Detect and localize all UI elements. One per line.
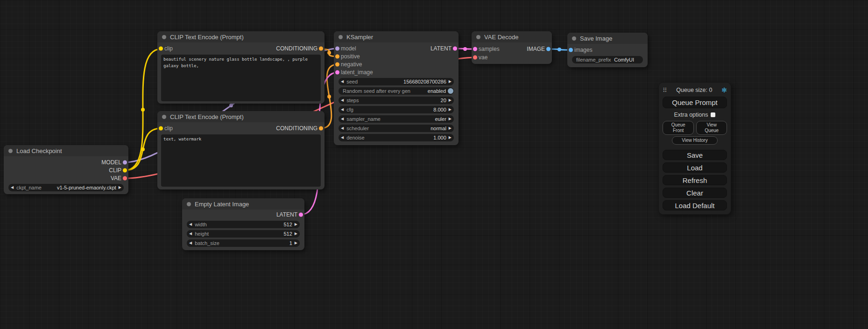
toggle-knob-icon[interactable]: [448, 88, 453, 94]
node-save-image[interactable]: Save Image images filename_prefix ComfyU…: [567, 33, 648, 67]
node-header[interactable]: Load Checkpoint: [4, 145, 128, 156]
comfy-menu-panel[interactable]: ⠿ Queue size: 0 ✻ Queue Prompt Extra opt…: [658, 82, 731, 215]
clear-button[interactable]: Clear: [663, 188, 727, 198]
collapse-dot-icon[interactable]: [339, 35, 343, 39]
input-port-samples[interactable]: [473, 47, 477, 51]
input-port-vae[interactable]: [473, 56, 477, 60]
node-empty-latent-image[interactable]: Empty Latent Image LATENT ◀ width 512 ▶ …: [182, 198, 304, 250]
output-port-image[interactable]: [546, 47, 550, 51]
queue-prompt-button[interactable]: Queue Prompt: [663, 97, 727, 108]
widget-value: 1: [289, 240, 292, 246]
widget-cfg[interactable]: ◀ cfg 8.000 ▶: [339, 106, 454, 113]
increment-arrow-icon[interactable]: ▶: [295, 232, 297, 236]
increment-arrow-icon[interactable]: ▶: [449, 108, 452, 112]
node-graph-canvas[interactable]: Load Checkpoint MODEL CLIP VAE ◀ ckpt_na…: [0, 0, 868, 329]
widget-height[interactable]: ◀ height 512 ▶: [187, 230, 300, 238]
load-default-button[interactable]: Load Default: [663, 200, 727, 210]
output-port-conditioning[interactable]: [319, 126, 323, 131]
decrement-arrow-icon[interactable]: ◀: [341, 126, 344, 130]
decrement-arrow-icon[interactable]: ◀: [341, 136, 344, 140]
increment-arrow-icon[interactable]: ▶: [119, 186, 121, 189]
increment-arrow-icon[interactable]: ▶: [449, 98, 452, 102]
view-queue-button[interactable]: View Queue: [696, 121, 727, 135]
widget-steps[interactable]: ◀ steps 20 ▶: [339, 97, 454, 104]
increment-arrow-icon[interactable]: ▶: [449, 136, 452, 140]
collapse-dot-icon[interactable]: [8, 149, 13, 153]
collapse-dot-icon[interactable]: [476, 35, 480, 39]
node-header[interactable]: Empty Latent Image: [182, 198, 304, 210]
collapse-dot-icon[interactable]: [187, 202, 191, 206]
decrement-arrow-icon[interactable]: ◀: [11, 186, 14, 189]
output-slot-model: MODEL: [4, 158, 128, 166]
collapse-dot-icon[interactable]: [162, 35, 166, 39]
slot-row: clip CONDITIONING: [157, 44, 325, 53]
output-port-conditioning[interactable]: [319, 47, 323, 51]
widget-scheduler[interactable]: ◀ scheduler normal ▶: [339, 125, 454, 132]
widget-width[interactable]: ◀ width 512 ▶: [187, 221, 300, 228]
view-history-button[interactable]: View History: [672, 136, 717, 145]
output-slot-vae: VAE: [4, 174, 128, 182]
output-port-vae[interactable]: [123, 176, 127, 180]
increment-arrow-icon[interactable]: ▶: [449, 80, 452, 84]
node-header[interactable]: KSampler: [334, 31, 459, 42]
decrement-arrow-icon[interactable]: ◀: [341, 117, 344, 121]
node-load-checkpoint[interactable]: Load Checkpoint MODEL CLIP VAE ◀ ckpt_na…: [4, 145, 128, 194]
decrement-arrow-icon[interactable]: ◀: [189, 241, 192, 245]
decrement-arrow-icon[interactable]: ◀: [341, 98, 344, 102]
node-vae-decode[interactable]: VAE Decode samples IMAGE vae: [472, 31, 552, 64]
node-header[interactable]: CLIP Text Encode (Prompt): [157, 111, 325, 122]
increment-arrow-icon[interactable]: ▶: [295, 223, 297, 226]
prompt-textarea[interactable]: beautiful scenery nature glass bottle la…: [161, 55, 321, 101]
increment-arrow-icon[interactable]: ▶: [449, 126, 452, 130]
settings-icon[interactable]: ✻: [721, 86, 727, 94]
node-clip-text-encode-positive[interactable]: CLIP Text Encode (Prompt) clip CONDITION…: [157, 31, 325, 104]
widget-value: euler: [435, 116, 446, 122]
decrement-arrow-icon[interactable]: ◀: [341, 108, 344, 112]
widget-label: width: [195, 222, 207, 227]
load-button[interactable]: Load: [663, 162, 727, 173]
output-port-clip[interactable]: [123, 168, 127, 172]
input-port-clip[interactable]: [159, 47, 163, 51]
output-port-latent[interactable]: [299, 213, 303, 217]
increment-arrow-icon[interactable]: ▶: [449, 117, 452, 121]
input-port-latent-image[interactable]: [335, 70, 339, 74]
menu-drag-handle-icon[interactable]: ⠿: [663, 87, 667, 94]
decrement-arrow-icon[interactable]: ◀: [189, 232, 192, 236]
node-header[interactable]: CLIP Text Encode (Prompt): [157, 31, 325, 42]
widget-value: 8.000: [433, 107, 446, 112]
widget-value: normal: [430, 126, 446, 131]
node-ksampler[interactable]: KSampler model LATENT positive negative …: [334, 31, 459, 145]
output-port-latent[interactable]: [453, 46, 457, 50]
increment-arrow-icon[interactable]: ▶: [295, 241, 297, 245]
input-port-positive[interactable]: [335, 54, 339, 58]
collapse-dot-icon[interactable]: [162, 115, 166, 119]
output-port-model[interactable]: [123, 160, 127, 164]
widget-seed[interactable]: ◀ seed 156680208700286 ▶: [339, 78, 454, 85]
node-header[interactable]: Save Image: [567, 33, 648, 44]
input-port-negative[interactable]: [335, 62, 339, 66]
widget-sampler-name[interactable]: ◀ sampler_name euler ▶: [339, 115, 454, 123]
refresh-button[interactable]: Refresh: [663, 175, 727, 185]
input-port-images[interactable]: [569, 48, 573, 52]
node-clip-text-encode-negative[interactable]: CLIP Text Encode (Prompt) clip CONDITION…: [157, 111, 325, 189]
collapse-dot-icon[interactable]: [572, 36, 576, 41]
decrement-arrow-icon[interactable]: ◀: [189, 223, 192, 226]
prompt-textarea[interactable]: text, watermark: [161, 134, 321, 187]
widget-random-seed-toggle[interactable]: Random seed after every gen enabled: [339, 87, 454, 95]
widget-batch-size[interactable]: ◀ batch_size 1 ▶: [187, 239, 300, 247]
node-header[interactable]: VAE Decode: [472, 31, 552, 42]
node-title: Load Checkpoint: [16, 147, 62, 154]
save-button[interactable]: Save: [663, 150, 727, 160]
widget-filename-prefix[interactable]: filename_prefix ComfyUI: [572, 56, 643, 63]
widget-label: seed: [346, 79, 358, 84]
extra-options-checkbox[interactable]: [711, 112, 715, 117]
widget-denoise[interactable]: ◀ denoise 1.000 ▶: [339, 134, 454, 141]
widget-label: sampler_name: [346, 116, 381, 122]
queue-front-button[interactable]: Queue Front: [663, 121, 694, 135]
input-port-clip[interactable]: [159, 126, 163, 131]
extra-options-label: Extra options: [674, 112, 708, 118]
decrement-arrow-icon[interactable]: ◀: [341, 80, 344, 84]
node-title: CLIP Text Encode (Prompt): [170, 113, 244, 120]
input-port-model[interactable]: [335, 46, 339, 50]
widget-ckpt-name[interactable]: ◀ ckpt_name v1-5-pruned-emaonly.ckpt ▶: [8, 184, 124, 191]
